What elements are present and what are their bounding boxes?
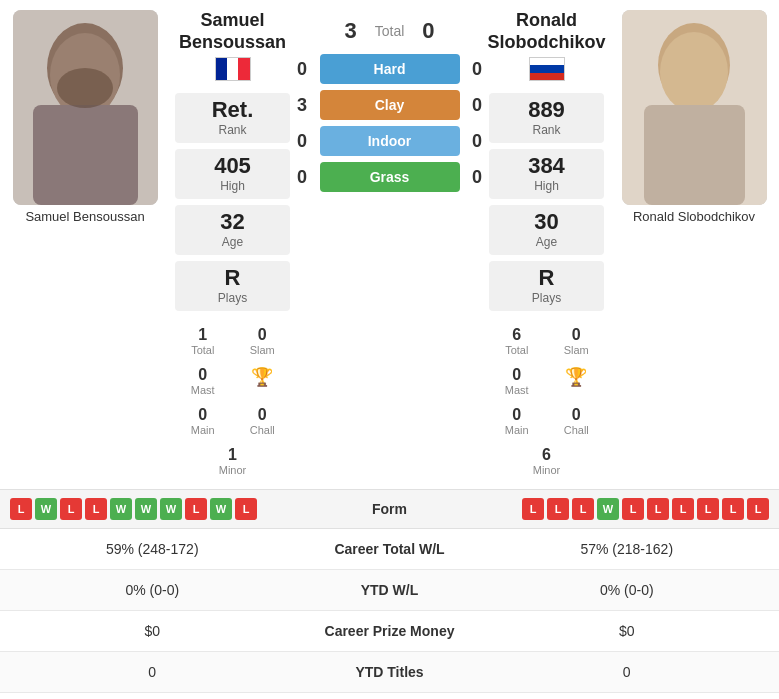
- right-player-name: RonaldSlobodchikov: [488, 10, 606, 53]
- right-chall-cell: 0 Chall: [549, 403, 605, 439]
- grass-badge: Grass: [320, 162, 460, 192]
- form-badge: L: [235, 498, 257, 520]
- form-badge: W: [597, 498, 619, 520]
- right-plays-value: R: [499, 267, 594, 289]
- left-slam-cell: 0 Slam: [235, 323, 291, 359]
- form-badge: L: [85, 498, 107, 520]
- stat-row: 0YTD Titles0: [0, 652, 779, 693]
- surface-rows: 0 Hard 0 3 Clay 0 0 Indoor 0 0 Grass: [297, 54, 482, 192]
- left-trophy-icon: 🏆: [238, 366, 288, 388]
- right-total-cell: 6 Total: [489, 323, 545, 359]
- form-badge: L: [522, 498, 544, 520]
- bottom-section: LWLLWWWLWL Form LLLWLLLLLL 59% (248-172)…: [0, 489, 779, 693]
- form-badge: W: [160, 498, 182, 520]
- stat-row-right-value: $0: [490, 623, 765, 639]
- total-right-score: 0: [422, 18, 434, 44]
- right-plays-label: Plays: [499, 291, 594, 305]
- stat-row-right-value: 57% (218-162): [490, 541, 765, 557]
- left-rank-label: Rank: [185, 123, 280, 137]
- right-extra-stats: 6 Total 0 Slam 0 Mast 🏆 0: [489, 323, 604, 479]
- right-rank-box: 889 Rank: [489, 93, 604, 143]
- form-badge: W: [110, 498, 132, 520]
- surface-row-indoor: 0 Indoor 0: [290, 126, 490, 156]
- right-player-flag: [529, 57, 565, 85]
- stat-row: $0Career Prize Money$0: [0, 611, 779, 652]
- right-player-photo: [622, 10, 767, 205]
- left-main-cell: 0 Main: [175, 403, 231, 439]
- right-trophy-icon: 🏆: [552, 366, 602, 388]
- surface-row-hard: 0 Hard 0: [290, 54, 490, 84]
- total-left-score: 3: [344, 18, 356, 44]
- left-trophy-cell: 🏆: [235, 363, 291, 399]
- left-high-label: High: [185, 179, 280, 193]
- right-main-value: 0: [492, 406, 542, 424]
- total-label: Total: [375, 23, 405, 39]
- stat-row-label: YTD W/L: [290, 582, 490, 598]
- right-flag-icon: [529, 57, 565, 81]
- form-badge: L: [747, 498, 769, 520]
- left-total-value: 1: [178, 326, 228, 344]
- stat-rows: 59% (248-172)Career Total W/L57% (218-16…: [0, 529, 779, 693]
- center-area: 3 Total 0 0 Hard 0 3 Clay 0 0 Indoor: [297, 10, 482, 479]
- form-badge: L: [572, 498, 594, 520]
- grass-left-score: 0: [290, 167, 315, 188]
- right-age-box: 30 Age: [489, 205, 604, 255]
- left-high-value: 405: [185, 155, 280, 177]
- surface-row-clay: 3 Clay 0: [290, 90, 490, 120]
- left-plays-label: Plays: [185, 291, 280, 305]
- total-row: 3 Total 0: [344, 18, 434, 44]
- left-player-name: SamuelBensoussan: [179, 10, 286, 53]
- left-form-badges: LWLLWWWLWL: [10, 498, 315, 520]
- right-high-box: 384 High: [489, 149, 604, 199]
- left-plays-value: R: [185, 267, 280, 289]
- stat-row: 0% (0-0)YTD W/L0% (0-0): [0, 570, 779, 611]
- stat-row-label: Career Total W/L: [290, 541, 490, 557]
- right-total-label: Total: [492, 344, 542, 356]
- svg-rect-8: [644, 105, 745, 205]
- left-mast-label: Mast: [178, 384, 228, 396]
- form-badge: L: [647, 498, 669, 520]
- surface-row-grass: 0 Grass 0: [290, 162, 490, 192]
- form-badge: L: [622, 498, 644, 520]
- form-badge: L: [185, 498, 207, 520]
- form-badge: L: [672, 498, 694, 520]
- stat-row-label: Career Prize Money: [290, 623, 490, 639]
- hard-left-score: 0: [290, 59, 315, 80]
- right-plays-box: R Plays: [489, 261, 604, 311]
- left-chall-value: 0: [238, 406, 288, 424]
- right-total-value: 6: [492, 326, 542, 344]
- clay-left-score: 3: [290, 95, 315, 116]
- left-flag-icon: [215, 57, 251, 81]
- left-rank-value: Ret.: [185, 99, 280, 121]
- svg-point-7: [660, 32, 728, 112]
- svg-point-4: [57, 68, 113, 108]
- left-player-photo: [13, 10, 158, 205]
- left-player-photo-area: Samuel Bensoussan: [0, 10, 170, 479]
- svg-rect-3: [33, 105, 138, 205]
- right-high-label: High: [499, 179, 594, 193]
- left-total-cell: 1 Total: [175, 323, 231, 359]
- stat-row-right-value: 0: [490, 664, 765, 680]
- left-slam-value: 0: [238, 326, 288, 344]
- form-badge: L: [722, 498, 744, 520]
- left-main-label: Main: [178, 424, 228, 436]
- right-slam-value: 0: [552, 326, 602, 344]
- page-container: Samuel Bensoussan SamuelBensoussan Ret. …: [0, 0, 779, 693]
- right-mast-label: Mast: [492, 384, 542, 396]
- right-high-value: 384: [499, 155, 594, 177]
- left-minor-cell: 1 Minor: [175, 443, 290, 479]
- left-rank-box: Ret. Rank: [175, 93, 290, 143]
- left-player-area: Samuel Bensoussan SamuelBensoussan Ret. …: [0, 10, 297, 479]
- left-age-value: 32: [185, 211, 280, 233]
- form-badge: L: [10, 498, 32, 520]
- right-minor-cell: 6 Minor: [489, 443, 604, 479]
- form-badge: L: [697, 498, 719, 520]
- left-main-value: 0: [178, 406, 228, 424]
- right-player-area: Ronald Slobodchikov RonaldSlobodchikov 8…: [482, 10, 779, 479]
- stat-row-label: YTD Titles: [290, 664, 490, 680]
- left-chall-cell: 0 Chall: [235, 403, 291, 439]
- stat-row-left-value: 0: [15, 664, 290, 680]
- left-slam-label: Slam: [238, 344, 288, 356]
- right-form-badges: LLLWLLLLLL: [465, 498, 770, 520]
- indoor-left-score: 0: [290, 131, 315, 152]
